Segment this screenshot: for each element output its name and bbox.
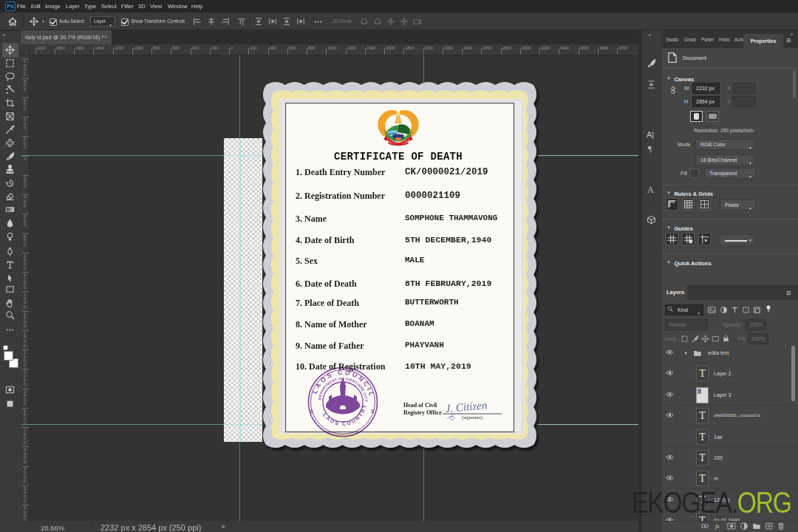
- svg-text:(signature): (signature): [462, 415, 482, 420]
- svg-text:fx: fx: [715, 522, 720, 530]
- svg-text:3: 3: [371, 408, 375, 415]
- svg-text:J. Citizen: J. Citizen: [445, 399, 488, 415]
- svg-text:3: 3: [310, 408, 313, 415]
